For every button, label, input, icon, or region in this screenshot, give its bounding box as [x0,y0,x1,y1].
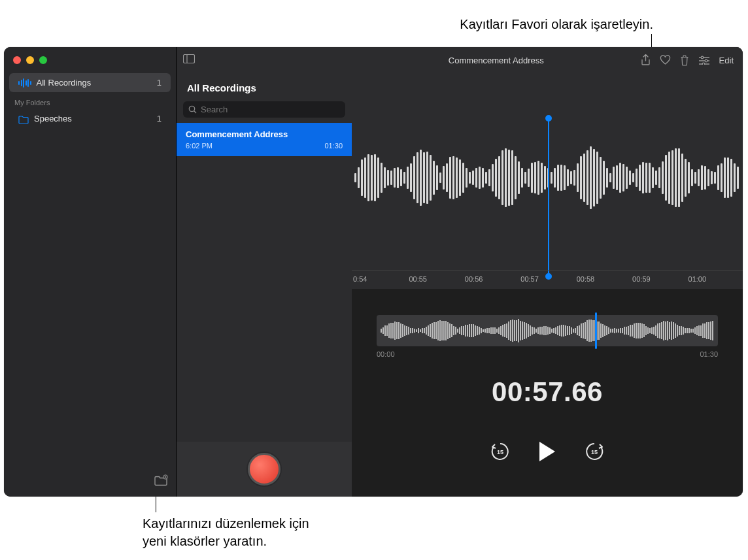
new-folder-button[interactable] [154,474,168,489]
toggle-sidebar-button[interactable] [183,54,195,66]
play-button[interactable] [537,440,557,465]
axis-tick: 00:58 [575,271,631,289]
search-input-container[interactable] [183,101,345,118]
minimize-window-button[interactable] [26,56,34,64]
axis-tick: 0:54 [352,271,407,289]
waveform-overview[interactable] [377,315,718,346]
list-toolbar [177,47,352,73]
recording-row[interactable]: Commencement Address 6:02 PM 01:30 [177,123,352,156]
svg-point-3 [189,106,194,111]
search-icon [188,105,197,114]
axis-tick: 00:55 [407,271,463,289]
edit-button[interactable]: Edit [719,56,734,65]
sidebar-item-label: Speeches [34,114,72,124]
current-time-display: 00:57.66 [352,376,743,408]
waveform-bars [352,139,743,217]
waveform-icon [18,78,31,88]
overview-labels: 00:00 01:30 [377,350,718,358]
overview-start: 00:00 [377,350,395,358]
skip-forward-button[interactable]: 15 [583,440,605,465]
axis-tick: 00:59 [631,271,687,289]
record-footer [177,442,352,497]
axis-tick: 01:00 [687,271,743,289]
svg-text:15: 15 [497,449,503,455]
callout-line [156,497,156,512]
sidebar: All Recordings 1 My Folders Speeches 1 [4,47,176,497]
delete-button[interactable] [680,55,689,66]
sidebar-item-speeches[interactable]: Speeches 1 [9,109,171,128]
fullscreen-window-button[interactable] [39,56,47,64]
callout-new-folder: Kayıtlarınızı düzenlemek için yeni klasö… [143,515,309,550]
recording-title: Commencement Address [186,129,343,139]
overview-end: 01:30 [700,350,718,358]
detail-panel: Commencement Address Edit 0:54 00:55 00:… [352,47,743,497]
waveform-main-area[interactable]: 0:54 00:55 00:56 00:57 00:58 00:59 01:00 [352,73,743,289]
axis-tick: 00:56 [464,271,519,289]
folder-icon [18,115,29,123]
app-window: All Recordings 1 My Folders Speeches 1 A… [4,47,743,497]
overview-playhead[interactable] [595,312,597,349]
sidebar-item-label: All Recordings [37,78,92,88]
svg-line-4 [194,111,196,113]
close-window-button[interactable] [13,56,21,64]
sidebar-item-count: 1 [157,78,162,88]
skip-back-button[interactable]: 15 [489,440,511,465]
sidebar-section-header: My Folders [4,92,176,109]
recording-time: 6:02 PM [186,142,212,150]
share-button[interactable] [641,54,651,66]
callout-favorite: Kayıtları Favori olarak işaretleyin. [460,17,653,32]
axis-tick: 00:57 [519,271,575,289]
svg-text:15: 15 [591,449,598,455]
svg-point-10 [702,63,705,65]
svg-point-8 [705,59,707,62]
svg-rect-1 [184,55,195,63]
callout-line [651,34,652,48]
recording-duration: 01:30 [324,142,343,150]
svg-point-6 [701,56,704,59]
detail-toolbar: Commencement Address Edit [352,47,743,73]
window-controls [4,47,176,69]
list-header: All Recordings [177,73,352,101]
record-button[interactable] [248,453,280,486]
time-axis: 0:54 00:55 00:56 00:57 00:58 00:59 01:00 [352,271,743,289]
sidebar-item-all-recordings[interactable]: All Recordings 1 [9,73,171,92]
search-input[interactable] [201,105,340,114]
playback-controls: 15 15 [352,440,743,465]
sidebar-item-count: 1 [157,114,162,124]
playhead[interactable] [548,119,549,276]
options-button[interactable] [698,56,710,65]
detail-title: Commencement Address [361,56,632,65]
recordings-list-panel: All Recordings Commencement Address 6:02… [176,47,352,497]
favorite-button[interactable] [660,55,671,65]
